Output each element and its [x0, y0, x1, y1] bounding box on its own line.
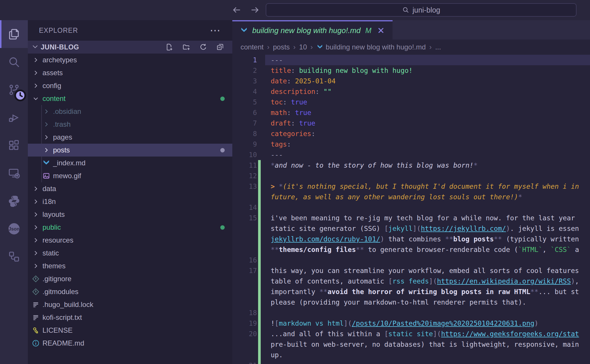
- line-number: [232, 223, 257, 234]
- breadcrumb: content›posts›10›building new blog with …: [232, 40, 590, 55]
- tree-item-label: .gitmodules: [42, 288, 79, 296]
- tree-file--gitignore[interactable]: .gitignore: [28, 272, 232, 285]
- tree-file--hugo-build-lock[interactable]: .hugo_build.lock: [28, 298, 232, 311]
- back-button[interactable]: [231, 4, 243, 16]
- chevron-right-icon: [31, 185, 41, 192]
- tree-folder-layouts[interactable]: layouts: [28, 208, 232, 221]
- code-line[interactable]: importantly **avoid the horror of writin…: [232, 286, 590, 297]
- tree-folder-resources[interactable]: resources: [28, 234, 232, 247]
- code-line[interactable]: 19![markdown vs html](/posts/10/Pasted%2…: [232, 318, 590, 329]
- tree-file-readme-md[interactable]: README.md: [28, 337, 232, 350]
- breadcrumb-item[interactable]: 10: [299, 43, 307, 51]
- code-line[interactable]: 4description: "": [232, 86, 590, 97]
- tree-folder-pages[interactable]: pages: [28, 131, 232, 144]
- code-line[interactable]: 21: [232, 360, 590, 364]
- code-line[interactable]: please (providing your markdown-to-html …: [232, 297, 590, 308]
- tree-folder-assets[interactable]: assets: [28, 66, 232, 79]
- activity-item-explorer[interactable]: [0, 20, 28, 48]
- activity-item-hierarchy[interactable]: [0, 243, 28, 270]
- activity-item-extensions[interactable]: [0, 131, 28, 159]
- line-content: date: 2025-01-04: [271, 76, 336, 86]
- code-line[interactable]: pre-built on web-server, no databases) t…: [232, 339, 590, 350]
- code-area[interactable]: 1---2title: building new blog with hugo!…: [232, 55, 590, 364]
- new-folder-icon[interactable]: [182, 43, 191, 51]
- code-line[interactable]: 18: [232, 308, 590, 318]
- tree-folder-public[interactable]: public: [28, 221, 232, 234]
- breadcrumb-item[interactable]: posts: [273, 43, 290, 51]
- line-number: 9: [232, 139, 257, 150]
- breadcrumb-item[interactable]: ...: [435, 43, 441, 51]
- tree-folder-themes[interactable]: themes: [28, 260, 232, 272]
- tree-folder-config[interactable]: config: [28, 79, 232, 92]
- code-line[interactable]: 3date: 2025-01-04: [232, 76, 590, 86]
- remote-icon: [7, 166, 21, 180]
- chevron-right-icon: [41, 134, 51, 141]
- chevron-right-icon: [31, 224, 41, 231]
- code-line[interactable]: 13> *(it's nothing special, but I though…: [232, 181, 590, 192]
- code-line[interactable]: table of contents, automatic [rss feeds]…: [232, 276, 590, 286]
- code-line[interactable]: 6math: true: [232, 107, 590, 118]
- line-content: categories:: [271, 128, 315, 139]
- tree-folder-archetypes[interactable]: archetypes: [28, 54, 232, 66]
- tree-folder-content[interactable]: content: [28, 92, 232, 105]
- activity-item-search[interactable]: [0, 48, 28, 76]
- collapse-all-icon[interactable]: [216, 43, 225, 51]
- tree-folder-static[interactable]: static: [28, 247, 232, 260]
- activity-item-run-debug[interactable]: [0, 104, 28, 131]
- code-line[interactable]: 17this way, you can streamline your work…: [232, 265, 590, 276]
- more-actions-icon[interactable]: ⋯: [210, 28, 221, 33]
- code-line[interactable]: 20...and all of this within a [static si…: [232, 329, 590, 339]
- tree-item-label: .hugo_build.lock: [42, 301, 93, 309]
- code-line[interactable]: 7draft: true: [232, 118, 590, 128]
- git-status-dot: [220, 225, 225, 230]
- code-line[interactable]: up.: [232, 350, 590, 360]
- breadcrumb-item[interactable]: building new blog with hugo!.md: [316, 43, 426, 51]
- tree-folder-data[interactable]: data: [28, 182, 232, 195]
- tab-active[interactable]: building new blog with hugo!.md M ✕: [232, 20, 393, 40]
- line-number: [232, 192, 257, 202]
- editor-group: building new blog with hugo!.md M ✕ cont…: [232, 20, 590, 364]
- tree-file--gitmodules[interactable]: .gitmodules: [28, 285, 232, 298]
- refresh-icon[interactable]: [199, 43, 208, 51]
- tree-item-label: config: [42, 82, 61, 90]
- close-icon[interactable]: ✕: [377, 25, 385, 36]
- code-line[interactable]: static site generator (SSG) [jekyll](htt…: [232, 223, 590, 234]
- code-line[interactable]: 10---: [232, 150, 590, 160]
- code-line[interactable]: 16: [232, 255, 590, 265]
- code-line[interactable]: 2title: building new blog with hugo!: [232, 65, 590, 76]
- code-line[interactable]: 12: [232, 171, 590, 181]
- code-line[interactable]: 15i've been meaning to re-jig my tech bl…: [232, 213, 590, 223]
- markdown-file-icon: [240, 26, 248, 35]
- tree-file-mewo-gif[interactable]: mewo.gif: [28, 169, 232, 182]
- tree-folder--trash[interactable]: .trash: [28, 118, 232, 131]
- code-line[interactable]: 14: [232, 202, 590, 213]
- activity-item-source-control[interactable]: [0, 76, 28, 104]
- code-line[interactable]: 8categories:: [232, 128, 590, 139]
- tree-folder-i18n[interactable]: i18n: [28, 195, 232, 208]
- activity-item-json[interactable]: Json: [0, 215, 28, 243]
- activity-item-remote-explorer[interactable]: [0, 159, 28, 187]
- activity-item-python[interactable]: [0, 187, 28, 215]
- code-line[interactable]: 1---: [232, 55, 590, 65]
- forward-button[interactable]: [249, 4, 261, 16]
- code-line[interactable]: jekyllrb.com/docs/ruby-101/) that combin…: [232, 234, 590, 244]
- code-line[interactable]: 11*and now - to the story of how this bl…: [232, 160, 590, 171]
- line-number: [232, 339, 257, 350]
- tree-item-label: mewo.gif: [53, 172, 81, 180]
- tree-item-label: data: [42, 185, 56, 193]
- workspace-section-header[interactable]: JUNI-BLOG: [28, 41, 232, 54]
- code-line[interactable]: 5toc: true: [232, 97, 590, 107]
- breadcrumb-item[interactable]: content: [241, 43, 264, 51]
- tree-folder-posts[interactable]: posts: [28, 144, 232, 157]
- code-lines: 1---2title: building new blog with hugo!…: [232, 55, 590, 364]
- code-line[interactable]: future, as well as any other wandering l…: [232, 192, 590, 202]
- code-line[interactable]: **themes/config files** to generate brow…: [232, 244, 590, 255]
- tree-file-kofi-script-txt[interactable]: kofi-script.txt: [28, 311, 232, 324]
- tree-folder--obsidian[interactable]: .obsidian: [28, 105, 232, 118]
- new-file-icon[interactable]: [165, 43, 174, 51]
- text-icon: [31, 313, 41, 322]
- command-center-search[interactable]: juni-blog: [266, 3, 577, 17]
- tree-file--index-md[interactable]: _index.md: [28, 157, 232, 169]
- tree-file-license[interactable]: LICENSE: [28, 324, 232, 337]
- code-line[interactable]: 9tags:: [232, 139, 590, 150]
